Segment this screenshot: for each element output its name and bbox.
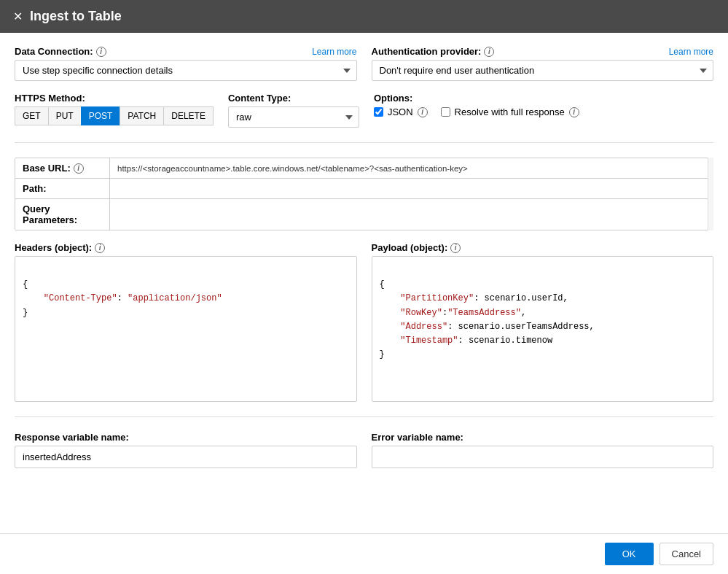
path-value-cell[interactable]: [110, 179, 713, 199]
content-type-label: Content Type:: [228, 93, 359, 104]
payload-brace-open: {: [380, 279, 401, 303]
data-connection-learn-more[interactable]: Learn more: [312, 47, 356, 57]
https-method-label: HTTPS Method:: [15, 93, 214, 104]
method-delete-button[interactable]: DELETE: [163, 106, 214, 125]
path-label-cell: Path:: [15, 179, 110, 199]
rowkey-val: "TeamsAddress": [447, 308, 521, 318]
path-label: Path:: [23, 183, 47, 194]
method-put-button[interactable]: PUT: [48, 106, 81, 125]
auth-provider-learn-more[interactable]: Learn more: [669, 47, 713, 57]
resolve-checkbox[interactable]: [441, 107, 450, 117]
dialog-header: ✕ Ingest to Table: [0, 0, 728, 33]
base-url-label-cell: Base URL: i: [15, 158, 110, 179]
close-icon[interactable]: ✕: [13, 9, 23, 23]
url-section: Base URL: i https://<storageaccountname>…: [15, 158, 713, 230]
json-info-icon: i: [418, 107, 428, 117]
dialog-title: Ingest to Table: [30, 9, 122, 24]
error-var-group: Error variable name:: [372, 432, 714, 468]
content-type-select[interactable]: raw: [228, 106, 359, 128]
dialog-body: Data Connection: i Learn more Use step s…: [0, 33, 728, 533]
url-grid: Base URL: i https://<storageaccountname>…: [15, 158, 713, 230]
headers-info-icon: i: [95, 243, 105, 253]
rowkey-key: "RowKey": [400, 308, 442, 318]
headers-colon: :: [117, 293, 128, 303]
auth-provider-group: Authentication provider: i Learn more Do…: [372, 46, 714, 81]
payload-label-text: Payload (object):: [372, 242, 448, 253]
headers-content-type-key: "Content-Type": [23, 293, 117, 303]
auth-provider-info-icon: i: [484, 47, 494, 57]
headers-brace-open: {: [23, 279, 28, 290]
url-scrollbar: [708, 158, 713, 230]
divider-1: [15, 142, 713, 143]
auth-provider-label-text: Authentication provider:: [372, 46, 482, 57]
connection-auth-row: Data Connection: i Learn more Use step s…: [15, 46, 713, 81]
options-checkboxes: JSON i Resolve with full response i: [374, 106, 713, 117]
base-url-label: Base URL:: [23, 163, 71, 174]
code-editors-row: Headers (object): i { "Content-Type": "a…: [15, 242, 713, 402]
base-url-info-icon: i: [74, 163, 84, 174]
payload-editor-group: Payload (object): i { "PartitionKey": sc…: [372, 242, 714, 402]
dialog-footer: OK Cancel: [0, 533, 728, 574]
data-connection-label-text: Data Connection:: [15, 46, 93, 57]
content-type-group: Content Type: raw: [228, 93, 359, 128]
resolve-info-icon: i: [569, 107, 579, 117]
address-key: "Address": [400, 322, 447, 332]
response-var-input[interactable]: [15, 446, 357, 468]
divider-2: [15, 416, 713, 417]
data-connection-label: Data Connection: i: [15, 46, 106, 57]
data-connection-info-icon: i: [96, 47, 106, 57]
data-connection-label-row: Data Connection: i Learn more: [15, 46, 357, 57]
payload-label: Payload (object): i: [372, 242, 714, 253]
var-name-row: Response variable name: Error variable n…: [15, 432, 713, 468]
method-patch-button[interactable]: PATCH: [120, 106, 163, 125]
error-var-label: Error variable name:: [372, 432, 714, 443]
options-label: Options:: [374, 93, 713, 104]
query-params-label-cell: Query Parameters:: [15, 199, 110, 230]
auth-provider-select[interactable]: Don't require end user authentication: [372, 60, 714, 81]
https-method-group: HTTPS Method: GET PUT POST PATCH DELETE: [15, 93, 214, 125]
http-method-group: GET PUT POST PATCH DELETE: [15, 106, 214, 125]
resolve-label: Resolve with full response: [455, 106, 565, 117]
method-get-button[interactable]: GET: [15, 106, 48, 125]
json-label: JSON: [388, 106, 413, 117]
options-group: Options: JSON i Resolve with full respon…: [374, 93, 713, 117]
data-connection-group: Data Connection: i Learn more Use step s…: [15, 46, 357, 81]
json-checkbox[interactable]: [374, 107, 383, 117]
ingest-to-table-dialog: ✕ Ingest to Table Data Connection: i Lea…: [0, 0, 728, 574]
timestamp-key: "Timestamp": [400, 336, 458, 346]
response-var-label: Response variable name:: [15, 432, 357, 443]
payload-info-icon: i: [450, 243, 461, 253]
query-params-label: Query Parameters:: [23, 203, 102, 225]
method-post-button[interactable]: POST: [81, 106, 120, 125]
ok-button[interactable]: OK: [605, 543, 654, 565]
headers-code-editor[interactable]: { "Content-Type": "application/json" }: [15, 256, 357, 402]
headers-newline: }: [23, 308, 28, 318]
query-params-value-cell[interactable]: [110, 199, 713, 230]
headers-label: Headers (object): i: [15, 242, 357, 253]
auth-provider-label: Authentication provider: i: [372, 46, 495, 57]
payload-code-editor[interactable]: { "PartitionKey": scenario.userId, "RowK…: [372, 256, 714, 402]
partition-key-key: "PartitionKey": [400, 293, 474, 303]
base-url-value-cell[interactable]: https://<storageaccountname>.table.core.…: [110, 158, 713, 179]
error-var-input[interactable]: [372, 446, 714, 468]
method-content-options-row: HTTPS Method: GET PUT POST PATCH DELETE …: [15, 93, 713, 128]
headers-content-type-val: "application/json": [128, 293, 222, 303]
response-var-group: Response variable name:: [15, 432, 357, 468]
data-connection-select[interactable]: Use step specific connection details: [15, 60, 357, 81]
headers-editor-group: Headers (object): i { "Content-Type": "a…: [15, 242, 357, 402]
headers-label-text: Headers (object):: [15, 242, 92, 253]
cancel-button[interactable]: Cancel: [659, 543, 713, 565]
auth-provider-label-row: Authentication provider: i Learn more: [372, 46, 714, 57]
json-checkbox-row: JSON i Resolve with full response i: [374, 106, 713, 117]
